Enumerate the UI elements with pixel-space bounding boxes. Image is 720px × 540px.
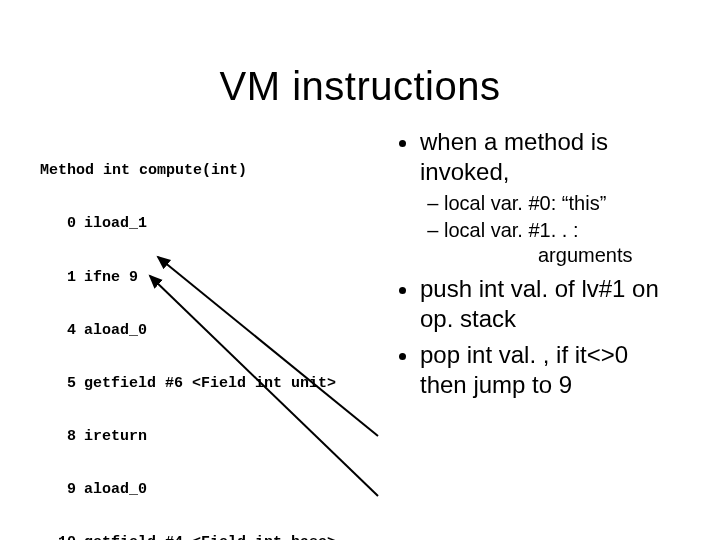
sub-bullet-lv1: local var. #1. . : arguments: [444, 218, 680, 268]
instruction: iload_1: [84, 215, 370, 233]
bytecode-row: 10getfield #4 <Field int base>: [40, 534, 370, 540]
bytecode-row: 5getfield #6 <Field int unit>: [40, 375, 370, 393]
offset: 4: [40, 322, 84, 340]
bytecode-row: 0iload_1: [40, 215, 370, 233]
explanation: when a method is invoked, local var. #0:…: [370, 127, 680, 540]
content-row: Method int compute(int) 0iload_1 1ifne 9…: [0, 127, 720, 540]
offset: 1: [40, 269, 84, 287]
offset: 10: [40, 534, 84, 540]
bytecode-row: 8ireturn: [40, 428, 370, 446]
bytecode-row: 9aload_0: [40, 481, 370, 499]
slide-title: VM instructions: [0, 64, 720, 109]
instruction: getfield #6 <Field int unit>: [84, 375, 370, 393]
offset: 9: [40, 481, 84, 499]
sub-bullet-list: local var. #0: “this” local var. #1. . :…: [420, 191, 680, 268]
bullet-list: when a method is invoked, local var. #0:…: [398, 127, 680, 400]
bytecode-row: 1ifne 9: [40, 269, 370, 287]
sub-bullet-text: local var. #1. . :: [444, 219, 579, 241]
offset: 0: [40, 215, 84, 233]
bullet-invoked: when a method is invoked, local var. #0:…: [420, 127, 680, 268]
offset: 8: [40, 428, 84, 446]
sub-bullet-extra: arguments: [444, 243, 680, 268]
method-header: Method int compute(int): [40, 162, 370, 180]
instruction: ireturn: [84, 428, 370, 446]
bytecode-listing: Method int compute(int) 0iload_1 1ifne 9…: [40, 127, 370, 540]
bullet-pop: pop int val. , if it<>0 then jump to 9: [420, 340, 680, 400]
slide: VM instructions Method int compute(int) …: [0, 64, 720, 540]
offset: 5: [40, 375, 84, 393]
bullet-text: when a method is invoked,: [420, 128, 608, 185]
bullet-push: push int val. of lv#1 on op. stack: [420, 274, 680, 334]
instruction: aload_0: [84, 481, 370, 499]
sub-bullet-lv0: local var. #0: “this”: [444, 191, 680, 216]
bytecode-row: 4aload_0: [40, 322, 370, 340]
instruction: getfield #4 <Field int base>: [84, 534, 370, 540]
instruction: ifne 9: [84, 269, 370, 287]
instruction: aload_0: [84, 322, 370, 340]
